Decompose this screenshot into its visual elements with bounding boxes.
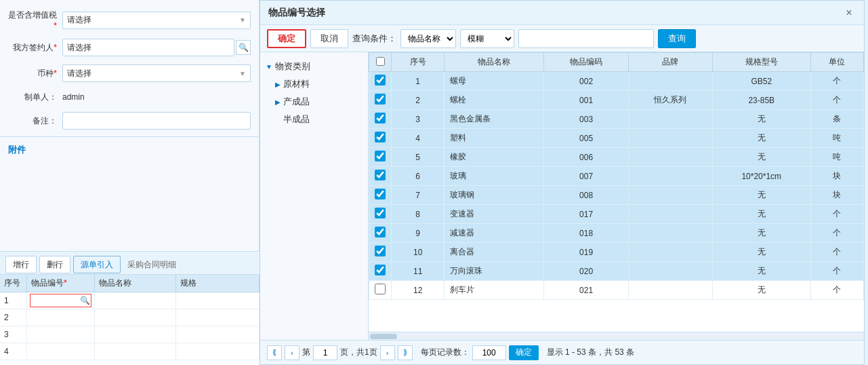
btn-source-import[interactable]: 源单引入 (73, 256, 121, 273)
modal-close-button[interactable]: × (842, 6, 856, 20)
cell-unit-5: 块 (810, 167, 863, 186)
cell-seq-11: 12 (392, 281, 445, 300)
select-tax[interactable]: 请选择 ▼ (62, 12, 251, 29)
tree-item-finished[interactable]: ▶ 产成品 (260, 93, 368, 111)
row-checkbox-7[interactable] (375, 208, 386, 218)
cell-name-3 (95, 326, 176, 343)
row-checkbox-4[interactable] (375, 151, 386, 161)
select-all-checkbox[interactable] (376, 57, 385, 66)
row-checkbox-8[interactable] (375, 227, 386, 237)
cell-check-4[interactable] (369, 148, 392, 167)
cell-spec-10: 无 (712, 262, 810, 281)
label-remark: 备注： (8, 115, 62, 127)
row-checkbox-5[interactable] (375, 170, 386, 180)
cell-check-9[interactable] (369, 243, 392, 262)
code-search-icon-1[interactable]: 🔍 (79, 295, 90, 306)
cell-brand-11 (628, 281, 712, 300)
th-item-name: 物品名称 (445, 53, 544, 72)
query-keyword-input[interactable] (518, 29, 654, 48)
pager-total-text: 页，共1页 (340, 347, 377, 358)
pager-next-btn[interactable]: › (380, 345, 395, 360)
tab-purchase-detail[interactable]: 采购合同明细 (123, 259, 180, 271)
modal-item-select: 物品编号选择 × 确定 取消 查询条件： 物品名称 物品编码 品牌 规格型号 模… (260, 0, 865, 365)
tree-item-raw[interactable]: ▶ 原材料 (260, 75, 368, 93)
cell-check-3[interactable] (369, 129, 392, 148)
cell-spec-11: 无 (712, 281, 810, 300)
cell-name-2 (95, 309, 176, 326)
cell-check-2[interactable] (369, 110, 392, 129)
modal-query-button[interactable]: 查询 (658, 29, 696, 48)
pager-text-page: 第 (302, 347, 310, 358)
row-checkbox-3[interactable] (375, 132, 386, 142)
cell-item-code-8: 018 (544, 224, 628, 243)
cell-check-5[interactable] (369, 167, 392, 186)
bottom-table: 序号 物品编号* 物品名称 规格 1 🔍 2 3 4 (0, 274, 260, 365)
tree-root-label: 物资类别 (275, 60, 310, 73)
row-checkbox-11[interactable] (375, 284, 386, 294)
cell-check-10[interactable] (369, 262, 392, 281)
pager-last-btn[interactable]: ⟫ (398, 345, 413, 360)
select-signer[interactable]: 请选择 (62, 39, 234, 56)
horizontal-scrollbar[interactable] (369, 332, 864, 340)
th-spec-model: 规格型号 (712, 53, 810, 72)
cell-item-code-6: 008 (544, 186, 628, 205)
cell-spec-1: 23-85B (712, 91, 810, 110)
cell-seq-5: 6 (392, 167, 445, 186)
cell-item-name-8: 减速器 (445, 224, 544, 243)
cell-unit-7: 个 (810, 205, 863, 224)
signer-search-icon[interactable]: 🔍 (236, 40, 251, 55)
cell-unit-6: 块 (810, 186, 863, 205)
cell-check-1[interactable] (369, 91, 392, 110)
row-checkbox-0[interactable] (375, 75, 386, 85)
cell-check-6[interactable] (369, 186, 392, 205)
cell-code-2 (27, 309, 95, 326)
th-name: 物品名称 (95, 275, 176, 292)
cell-item-name-10: 万向滚珠 (445, 262, 544, 281)
cell-seq-6: 7 (392, 186, 445, 205)
row-checkbox-6[interactable] (375, 189, 386, 199)
cell-code-1[interactable]: 🔍 (27, 292, 95, 309)
query-field-select[interactable]: 物品名称 物品编码 品牌 规格型号 (400, 29, 456, 48)
row-checkbox-10[interactable] (375, 265, 386, 275)
cell-unit-0: 个 (810, 72, 863, 91)
btn-delete-row[interactable]: 删行 (39, 256, 70, 273)
select-signer-value: 请选择 (67, 42, 91, 54)
modal-cancel-button[interactable]: 取消 (310, 29, 348, 48)
cell-seq-3: 4 (392, 129, 445, 148)
cell-item-name-11: 刹车片 (445, 281, 544, 300)
tree-item-semi[interactable]: 半成品 (260, 111, 368, 128)
pager-page-input[interactable] (313, 345, 337, 360)
cell-brand-0 (628, 72, 712, 91)
cell-check-7[interactable] (369, 205, 392, 224)
pager-prev-btn[interactable]: ‹ (285, 345, 299, 360)
tree-root[interactable]: ▼ 物资类别 (260, 58, 368, 75)
cell-brand-1: 恒久系列 (628, 91, 712, 110)
btn-add-row[interactable]: 增行 (5, 256, 37, 273)
modal-confirm-button[interactable]: 确定 (267, 29, 306, 48)
row-checkbox-2[interactable] (375, 113, 386, 123)
pager-pagesize-input[interactable] (472, 345, 506, 360)
table-row: 6 玻璃 007 10*20*1cm 块 (369, 167, 864, 186)
pager-confirm-btn[interactable]: 确定 (509, 345, 539, 360)
table-row: 4 (0, 343, 260, 360)
select-currency[interactable]: 请选择 ▼ (62, 64, 251, 82)
row-checkbox-1[interactable] (375, 94, 386, 104)
th-checkbox (369, 53, 392, 72)
input-remark[interactable] (62, 112, 251, 130)
label-creator: 制单人： (8, 92, 62, 103)
query-mode-select[interactable]: 模糊 精确 (460, 29, 514, 48)
cell-unit-3: 吨 (810, 129, 863, 148)
table-row: 8 变速器 017 无 个 (369, 205, 864, 224)
cell-check-11[interactable] (369, 281, 392, 300)
pager-first-btn[interactable]: ⟪ (267, 345, 282, 360)
form-row-currency: 币种* 请选择 ▼ (0, 60, 259, 86)
table-row: 11 万向滚珠 020 无 个 (369, 262, 864, 281)
cell-spec-0: GB52 (712, 72, 810, 91)
cell-check-8[interactable] (369, 224, 392, 243)
row-checkbox-9[interactable] (375, 246, 386, 256)
cell-check-0[interactable] (369, 72, 392, 91)
cell-item-code-2: 003 (544, 110, 628, 129)
tree-item-finished-label: 产成品 (283, 96, 310, 108)
tree-item-semi-label: 半成品 (283, 113, 310, 126)
form-row-creator: 制单人： admin (0, 86, 259, 108)
